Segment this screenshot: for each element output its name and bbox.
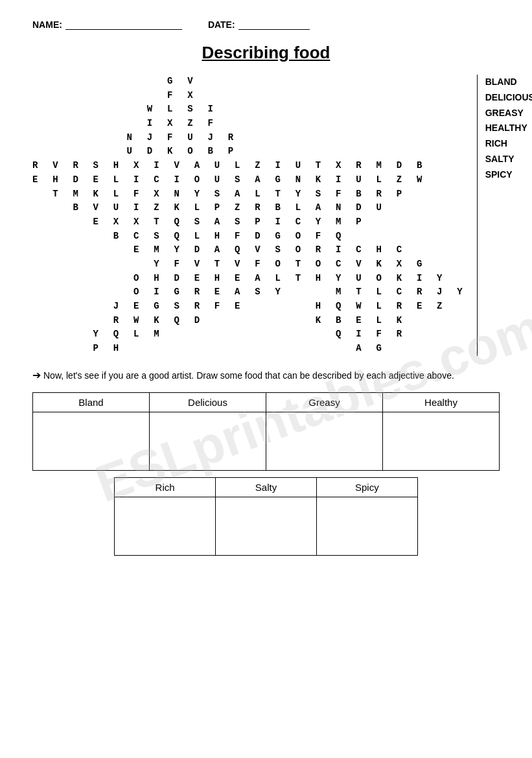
wordsearch-row: U D K O B P: [32, 145, 464, 159]
name-label: NAME:: [32, 19, 62, 30]
word-list-item: DELICIOUS: [485, 90, 532, 106]
wordsearch-row: G V: [32, 75, 464, 89]
draw-cell-greasy[interactable]: [266, 412, 383, 470]
word-list-item: BLAND: [485, 75, 532, 90]
draw-cell-spicy[interactable]: [316, 497, 417, 555]
wordsearch-row: B C S Q L H F D G O F Q: [32, 230, 464, 244]
date-input-line[interactable]: [238, 19, 310, 30]
table-header-cell: Bland: [33, 392, 150, 412]
word-list-item: SALTY: [485, 152, 532, 167]
wordsearch-row: E X X T Q S A S P I C Y M P: [32, 215, 464, 230]
word-list: BLANDDELICIOUSGREASYHEALTHYRICHSALTYSPIC…: [477, 75, 532, 356]
wordsearch-row: N J F U J R: [32, 131, 464, 145]
draw-cell-rich[interactable]: [115, 497, 216, 555]
table-header-row: BlandDeliciousGreasyHealthy: [33, 392, 500, 412]
wordsearch-row: Y F V T V F O T O C V K X G: [32, 257, 464, 272]
table-header-cell: Healthy: [383, 392, 500, 412]
table-bottom-draw-row: [115, 497, 418, 555]
wordsearch-row: O H D E H E A L T H Y U O K I Y: [32, 272, 464, 286]
draw-cell-delicious[interactable]: [150, 412, 266, 470]
wordsearch-row: B V U I Z K L P Z R B L A N D U: [32, 201, 464, 215]
wordsearch-grid: G V F X W L S I I X Z F N J F U J R U D …: [32, 75, 464, 356]
wordsearch-row: J E G S R F E H Q W L R E Z: [32, 300, 464, 314]
wordsearch-row: T M K L F X N Y S A L T Y S F B R P: [32, 187, 464, 202]
wordsearch-row: O I G R E A S Y M T L C R J Y: [32, 285, 464, 300]
word-list-item: SPICY: [485, 167, 532, 183]
wordsearch-row: I X Z F: [32, 117, 464, 131]
draw-cell-healthy[interactable]: [383, 412, 500, 470]
draw-table-top: BlandDeliciousGreasyHealthy: [32, 392, 500, 471]
table-header-cell: Delicious: [150, 392, 266, 412]
wordsearch-row: E M Y D A Q V S O R I C H C: [32, 243, 464, 257]
draw-table-bottom: RichSaltySpicy: [114, 477, 418, 556]
word-list-item: GREASY: [485, 106, 532, 121]
draw-cell-salty[interactable]: [216, 497, 317, 555]
draw-cell-bland[interactable]: [33, 412, 150, 470]
word-list-item: RICH: [485, 136, 532, 152]
table-draw-row: [33, 412, 500, 470]
table-bottom-header-row: RichSaltySpicy: [115, 477, 418, 497]
table-bottom-header-cell: Salty: [216, 477, 317, 497]
wordsearch-row: P H A G: [32, 342, 464, 356]
table-bottom-header-cell: Spicy: [316, 477, 417, 497]
name-input-line[interactable]: [65, 19, 182, 30]
date-label: DATE:: [208, 19, 235, 30]
wordsearch-row: Y Q L M Q I F R: [32, 327, 464, 342]
table-bottom-header-cell: Rich: [115, 477, 216, 497]
word-list-item: HEALTHY: [485, 121, 532, 136]
wordsearch-row: F X: [32, 89, 464, 103]
wordsearch-area: G V F X W L S I I X Z F N J F U J R U D …: [32, 75, 500, 356]
wordsearch-row: R V R S H X I V A U L Z I U T X R M D B: [32, 159, 464, 173]
wordsearch-row: E H D E L I C I O U S A G N K I U L Z W: [32, 173, 464, 187]
page-title: Describing food: [32, 43, 500, 63]
wordsearch-row: R W K Q D K B E L K: [32, 314, 464, 328]
table-header-cell: Greasy: [266, 392, 383, 412]
wordsearch-row: W L S I: [32, 102, 464, 117]
instruction-text: ➔Now, let's see if you are a good artist…: [32, 368, 500, 383]
arrow-icon: ➔: [32, 370, 41, 381]
